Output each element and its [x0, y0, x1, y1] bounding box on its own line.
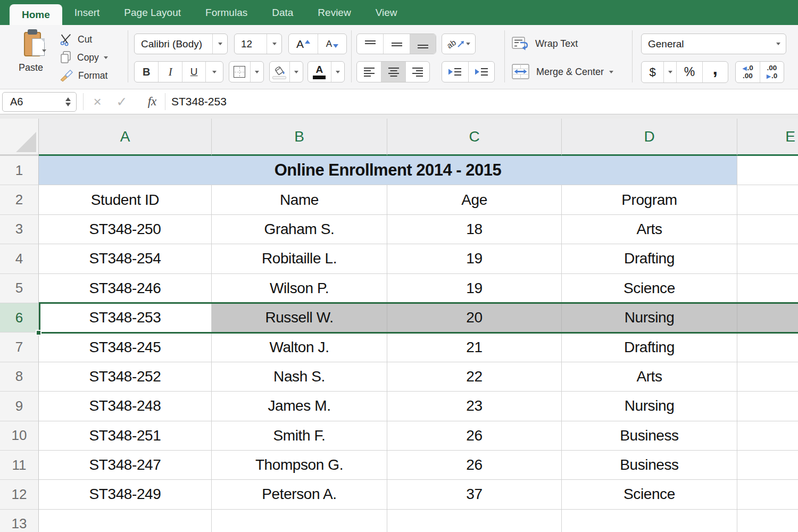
font-color-button[interactable]: A	[308, 62, 331, 82]
underline-dropdown-button[interactable]	[205, 62, 223, 82]
cell-A3[interactable]: ST348-250	[39, 215, 212, 244]
cell-A13[interactable]	[39, 510, 212, 532]
borders-button[interactable]	[229, 62, 250, 82]
font-name-dropdown-icon[interactable]	[212, 34, 227, 54]
row-header-10[interactable]: 10	[0, 421, 39, 451]
row-header-12[interactable]: 12	[0, 480, 39, 509]
format-painter-button[interactable]: Format	[60, 66, 108, 85]
merge-center-button[interactable]: Merge & Center	[512, 61, 613, 82]
paste-dropdown-icon[interactable]	[42, 49, 46, 52]
tab-view[interactable]: View	[363, 0, 410, 25]
increase-font-button[interactable]: A	[289, 34, 318, 54]
tab-home[interactable]: Home	[10, 4, 62, 25]
cell-A8[interactable]: ST348-252	[39, 362, 212, 392]
column-header-E[interactable]: E	[737, 119, 798, 156]
cell-C3[interactable]: 18	[387, 215, 562, 244]
decrease-decimal-button[interactable]: ◀.0 .00	[736, 62, 760, 82]
cell-B9[interactable]: James M.	[212, 392, 387, 421]
cell-C9[interactable]: 23	[387, 392, 562, 421]
cell-A12[interactable]: ST348-249	[39, 480, 212, 509]
cell-D10[interactable]: Business	[562, 421, 737, 451]
cell-D4[interactable]: Drafting	[562, 244, 737, 273]
cell-C7[interactable]: 21	[387, 332, 562, 362]
insert-function-button[interactable]: fx	[142, 89, 163, 114]
cell-E13[interactable]	[737, 510, 798, 532]
cell-C11[interactable]: 26	[387, 451, 562, 480]
cell-E9[interactable]	[737, 392, 798, 421]
paste-button[interactable]: Paste	[5, 28, 56, 73]
row-header-7[interactable]: 7	[0, 332, 39, 362]
increase-indent-button[interactable]	[468, 62, 494, 82]
align-bottom-button[interactable]	[410, 34, 436, 54]
cell-E5[interactable]	[737, 274, 798, 303]
currency-button[interactable]: $	[642, 62, 663, 82]
column-header-A[interactable]: A	[39, 119, 212, 156]
cell-D3[interactable]: Arts	[562, 215, 737, 244]
orientation-dropdown-icon[interactable]	[466, 43, 470, 45]
cell-E10[interactable]	[737, 421, 798, 451]
cell-A10[interactable]: ST348-251	[39, 421, 212, 451]
wrap-text-button[interactable]: Wrap Text	[512, 34, 578, 54]
italic-button[interactable]: I	[158, 62, 181, 82]
cell-A4[interactable]: ST348-254	[39, 244, 212, 273]
cut-button[interactable]: Cut	[60, 30, 108, 48]
percent-style-button[interactable]: %	[676, 62, 702, 82]
align-top-button[interactable]	[357, 34, 383, 54]
fill-color-dropdown-button[interactable]	[289, 62, 303, 82]
row-header-8[interactable]: 8	[0, 362, 39, 392]
cell-E1[interactable]	[737, 156, 798, 185]
row-header-2[interactable]: 2	[0, 185, 39, 214]
row-header-9[interactable]: 9	[0, 392, 39, 421]
row-header-11[interactable]: 11	[0, 451, 39, 480]
cell-A9[interactable]: ST348-248	[39, 392, 212, 421]
font-name-combo[interactable]: Calibri (Body)	[134, 34, 228, 54]
name-box[interactable]: A6	[2, 92, 77, 112]
cell-A2[interactable]: Student ID	[39, 185, 212, 214]
cell-D5[interactable]: Science	[562, 274, 737, 303]
cell-A6[interactable]: ST348-253	[39, 303, 212, 332]
tab-page-layout[interactable]: Page Layout	[112, 0, 193, 25]
decrease-indent-button[interactable]	[442, 62, 468, 82]
cell-B10[interactable]: Smith F.	[212, 421, 387, 451]
merge-center-dropdown-icon[interactable]	[609, 71, 613, 73]
row-header-3[interactable]: 3	[0, 215, 39, 244]
cell-E4[interactable]	[737, 244, 798, 273]
enter-button[interactable]: ✓	[113, 89, 131, 114]
cell-B2[interactable]: Name	[212, 185, 387, 214]
formula-input[interactable]: ST348-253	[171, 89, 227, 114]
cell-B7[interactable]: Walton J.	[212, 332, 387, 362]
cell-D13[interactable]	[562, 510, 737, 532]
row-header-4[interactable]: 4	[0, 244, 39, 273]
cell-D12[interactable]: Science	[562, 480, 737, 509]
number-format-combo[interactable]: General	[641, 34, 786, 54]
column-header-B[interactable]: B	[212, 119, 387, 156]
column-header-C[interactable]: C	[387, 119, 562, 156]
align-middle-button[interactable]	[383, 34, 409, 54]
orientation-button[interactable]: ab	[442, 34, 476, 54]
increase-decimal-button[interactable]: .00 ▶.0	[760, 62, 784, 82]
row-header-13[interactable]: 13	[0, 510, 39, 532]
cell-E12[interactable]	[737, 480, 798, 509]
tab-review[interactable]: Review	[305, 0, 363, 25]
copy-button[interactable]: Copy	[60, 48, 108, 66]
font-size-combo[interactable]: 12	[234, 34, 282, 54]
bold-button[interactable]: B	[135, 62, 158, 82]
cell-A5[interactable]: ST348-246	[39, 274, 212, 303]
row-header-6[interactable]: 6	[0, 303, 39, 332]
borders-dropdown-button[interactable]	[250, 62, 263, 82]
column-header-D[interactable]: D	[562, 119, 737, 156]
align-center-button[interactable]	[381, 62, 405, 82]
fill-handle[interactable]	[36, 330, 41, 336]
cell-D11[interactable]: Business	[562, 451, 737, 480]
cell-E3[interactable]	[737, 215, 798, 244]
tab-formulas[interactable]: Formulas	[193, 0, 260, 25]
fill-color-button[interactable]	[270, 62, 289, 82]
font-size-dropdown-icon[interactable]	[267, 34, 281, 54]
underline-button[interactable]: U	[182, 62, 205, 82]
merged-title-cell-A1-D1[interactable]: Online Enrollment 2014 - 2015	[39, 156, 737, 185]
cell-C10[interactable]: 26	[387, 421, 562, 451]
comma-style-button[interactable]: ,	[702, 62, 728, 82]
cell-B13[interactable]	[212, 510, 387, 532]
select-all-button[interactable]	[0, 119, 39, 156]
cell-D8[interactable]: Arts	[562, 362, 737, 392]
